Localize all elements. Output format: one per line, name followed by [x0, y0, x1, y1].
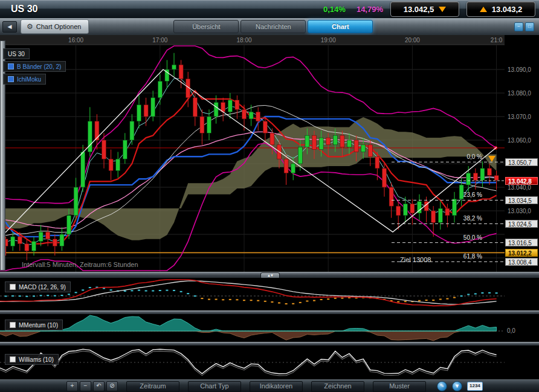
expand-down-icon[interactable]: ▼: [452, 381, 462, 391]
momentum-panel: MMentum (10) 0,0: [0, 314, 539, 342]
tab-nachrichten[interactable]: Nachrichten: [240, 20, 306, 33]
undo-icon[interactable]: ↶: [93, 381, 105, 391]
price-label-fib: 13.008,4: [505, 258, 538, 266]
fib-percent-label: 38,2 %: [463, 215, 482, 222]
zoom-in-button[interactable]: +: [66, 381, 78, 391]
macd-label[interactable]: MACD (12, 26, 9): [5, 281, 71, 292]
ichimoku-chip-icon: [8, 76, 14, 82]
muster-button[interactable]: Muster: [373, 381, 426, 392]
momentum-label-text: MMentum (10): [19, 322, 58, 329]
price-label-fib: 13.034,5: [505, 196, 538, 204]
window-controls: − □: [514, 22, 534, 31]
sell-price-value: 13.042,5: [404, 5, 434, 14]
interval-label: Intervall:5 Minuten, Zeitraum:6 Stunden: [22, 261, 138, 268]
momentum-zero-label: 0,0: [507, 327, 515, 334]
chart-options-button[interactable]: ⚙ Chart Optionen: [21, 19, 89, 34]
williams-panel: Williams (10): [0, 345, 539, 379]
legend-symbol-label: US 30: [8, 51, 25, 57]
chart-typ-button[interactable]: Chart Typ: [188, 381, 241, 392]
clear-icon[interactable]: ⊘: [106, 381, 118, 391]
draw-pencil-icon[interactable]: ✎: [437, 381, 447, 391]
svg-text:19:00: 19:00: [321, 37, 336, 43]
momentum-chip-icon: [10, 322, 16, 328]
tab-chart[interactable]: Chart: [308, 20, 373, 33]
collapse-panel-icon[interactable]: ◀: [2, 21, 17, 33]
sell-arrow-icon: [439, 7, 446, 12]
pattern-count-badge[interactable]: 1234: [467, 382, 483, 391]
williams-label[interactable]: Williams (10): [5, 354, 59, 365]
buy-arrow-icon: [480, 7, 487, 12]
change-percent: 0,14%: [323, 5, 346, 14]
change-percent-secondary: 14,79%: [357, 5, 383, 14]
tab-uebersicht[interactable]: Übersicht: [173, 20, 239, 33]
sell-price-button[interactable]: 13.042,5: [390, 1, 459, 17]
fib-percent-label: 23,6 %: [463, 191, 482, 198]
zeichnen-button[interactable]: Zeichnen: [311, 381, 364, 392]
main-chart-area: 16:0017:0018:0019:0020:0021:0 US 30 B Bä…: [0, 35, 539, 272]
gear-icon: ⚙: [27, 22, 33, 31]
bollinger-chip-icon: [8, 63, 14, 69]
price-label-fib: 13.050,7: [505, 158, 538, 166]
svg-text:21:0: 21:0: [491, 37, 503, 43]
chart-options-label: Chart Optionen: [36, 23, 82, 30]
chart-tabbar: ◀ ⚙ Chart Optionen Übersicht Nachrichten…: [0, 18, 539, 36]
price-label-fib: 13.016,5: [505, 239, 538, 246]
price-label-grid: 13.060,0: [505, 137, 538, 144]
price-label-current: 13.042,8: [505, 177, 538, 185]
price-axis: 13.090,013.080,013.070,013.060,013.040,0…: [505, 35, 539, 272]
buy-price-value: 13.043,2: [492, 5, 523, 14]
svg-text:20:00: 20:00: [405, 37, 420, 43]
macd-panel: MACD (12, 26, 9): [0, 278, 539, 310]
price-label-fib: 13.024,5: [505, 220, 538, 228]
price-label-grid: 13.070,0: [505, 113, 538, 121]
williams-canvas[interactable]: [0, 345, 505, 379]
trading-app-window: US 30 0,14% 14,79% 13.042,5 13.043,2 ◀ ⚙…: [0, 0, 539, 392]
indikatoren-button[interactable]: Indikatoren: [250, 381, 303, 392]
legend-bollinger-label: B Bänder (20, 2): [17, 63, 61, 70]
fib-percent-label: 61,8 %: [463, 253, 482, 260]
price-label-grid: 13.030,0: [505, 207, 538, 215]
restore-icon[interactable]: □: [525, 22, 534, 31]
fib-percent-label: 0,0 %: [466, 153, 482, 160]
svg-text:17:00: 17:00: [152, 37, 167, 43]
instrument-title: US 30: [11, 4, 37, 14]
zoom-out-button[interactable]: −: [80, 381, 91, 391]
minimize-icon[interactable]: −: [514, 22, 523, 31]
momentum-label[interactable]: MMentum (10): [5, 320, 63, 330]
macd-canvas[interactable]: [0, 278, 505, 310]
bottom-toolbar: + − ↶ ⊘ Zeitraum Chart Typ Indikatoren Z…: [0, 379, 539, 392]
legend-ichimoku-label: IchiMoku: [17, 76, 41, 83]
macd-label-text: MACD (12, 26, 9): [19, 284, 66, 291]
momentum-canvas[interactable]: [0, 314, 505, 342]
fib-percent-label: 50,0 %: [463, 234, 482, 241]
price-label-grid: 13.090,0: [505, 66, 538, 74]
buy-price-button[interactable]: 13.043,2: [466, 1, 535, 17]
target-annotation: Ziel 13008: [400, 256, 431, 263]
legend-ichimoku[interactable]: IchiMoku: [3, 74, 46, 85]
chart-legend: US 30 B Bänder (20, 2) IchiMoku: [3, 48, 66, 86]
price-label-target: 13.012,2: [505, 249, 538, 257]
legend-symbol: US 30: [3, 48, 30, 59]
legend-bollinger[interactable]: B Bänder (20, 2): [3, 61, 66, 72]
price-label-grid: 13.080,0: [505, 89, 538, 97]
svg-text:16:00: 16:00: [68, 37, 83, 43]
instrument-header: US 30 0,14% 14,79% 13.042,5 13.043,2: [0, 0, 539, 19]
williams-chip-icon: [10, 356, 16, 362]
main-chart-canvas[interactable]: 16:0017:0018:0019:0020:0021:0: [0, 35, 505, 272]
williams-label-text: Williams (10): [19, 356, 54, 363]
svg-text:18:00: 18:00: [236, 37, 251, 43]
macd-chip-icon: [10, 284, 16, 290]
zeitraum-button[interactable]: Zeitraum: [126, 381, 179, 392]
